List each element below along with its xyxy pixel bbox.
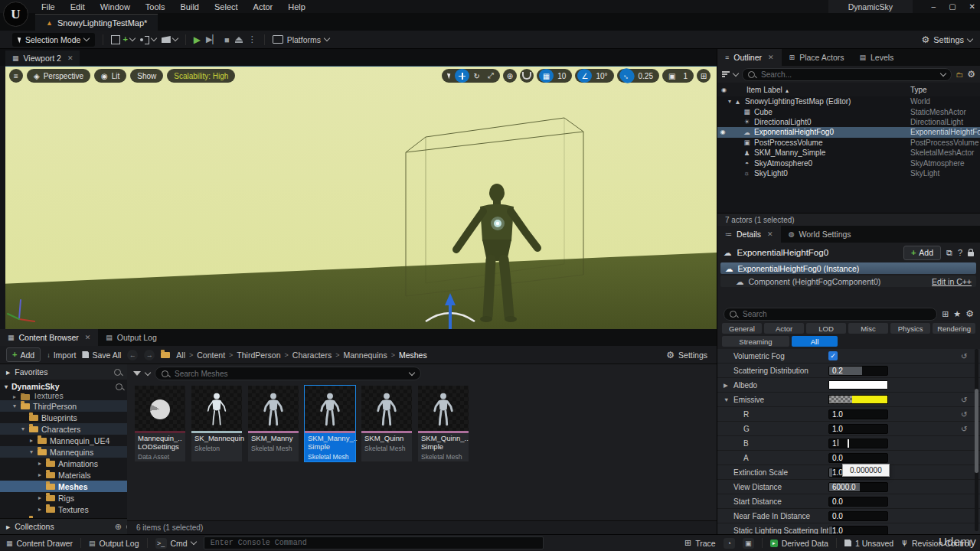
tree-item-materials[interactable]: ▸Materials [0, 469, 127, 481]
maximize-icon[interactable]: ▢ [949, 2, 956, 11]
outliner-row[interactable]: ▦CubeStaticMeshActor [717, 106, 980, 116]
tree-item-thirdperson[interactable]: ▾ThirdPerson [0, 400, 127, 412]
tab-world-settings[interactable]: ◍ World Settings [781, 226, 859, 243]
chevron-down-icon[interactable] [733, 70, 739, 76]
visibility-eye-icon[interactable]: ◉ [717, 129, 728, 135]
play-button[interactable]: ▶ [194, 34, 201, 45]
menu-edit[interactable]: Edit [63, 2, 93, 11]
property-value[interactable]: 0.00.000000 [828, 453, 888, 463]
add-component-button[interactable]: +Add [903, 246, 941, 260]
close-icon[interactable]: ✕ [768, 54, 774, 61]
property-value[interactable]: 0.0 [828, 511, 888, 521]
value-field[interactable]: 0.0 [828, 497, 888, 507]
close-icon[interactable]: ✕ [85, 334, 91, 341]
menu-window[interactable]: Window [93, 2, 138, 11]
edit-in-cpp-link[interactable]: Edit in C++ [932, 277, 972, 286]
menu-help[interactable]: Help [280, 2, 313, 11]
help-icon[interactable]: ? [958, 248, 962, 257]
reset-to-default-icon[interactable]: ↺ [961, 410, 967, 419]
console-input[interactable] [209, 538, 538, 548]
trace-button[interactable]: ⊞Trace [684, 538, 716, 548]
outliner-row[interactable]: ♟SKM_Manny_SimpleSkeletalMeshActor [717, 148, 980, 158]
breadcrumb-item[interactable]: ThirdPerson [237, 350, 280, 360]
chevron-down-icon[interactable] [145, 369, 151, 375]
tree-item-blueprints[interactable]: Blueprints [0, 412, 127, 423]
breadcrumb-item[interactable]: Content [197, 350, 225, 360]
tab-details[interactable]: ≔ Details ✕ [717, 226, 781, 243]
tab-output-log[interactable]: ▤ Output Log [98, 329, 164, 346]
tree-item-animations[interactable]: ▸Animations [0, 458, 127, 469]
outliner-row[interactable]: ☼SkyLight0SkyLight [717, 168, 980, 178]
cmd-dropdown[interactable]: >_Cmd [155, 538, 196, 549]
chevron-down-icon[interactable]: ▾ [728, 98, 731, 105]
camera-speed-value[interactable]: 1 [679, 69, 691, 83]
filter-chip-rendering[interactable]: Rendering [933, 323, 975, 334]
tab-place-actors[interactable]: ⊞ Place Actors [782, 49, 852, 66]
search-icon[interactable] [114, 369, 121, 376]
tree-item-rigs[interactable]: ▸Rigs [0, 492, 127, 504]
back-button[interactable]: ← [127, 350, 138, 360]
details-search[interactable] [724, 308, 937, 321]
breadcrumb-item[interactable]: Characters [292, 350, 332, 360]
filter-chip-streaming[interactable]: Streaming [722, 336, 789, 347]
viewport-tab[interactable]: ▦ Viewport 2 ✕ [5, 51, 80, 66]
favorites-star-icon[interactable]: ★ [953, 309, 961, 319]
filter-chip-all[interactable]: All [792, 336, 838, 347]
asset-search[interactable] [155, 367, 421, 380]
tab-outliner[interactable]: ≡ Outliner ✕ [717, 49, 782, 66]
import-button[interactable]: ↓Import [47, 350, 76, 360]
menu-file[interactable]: File [34, 2, 63, 11]
chevron-right-icon[interactable]: ▶ [724, 382, 728, 389]
breadcrumb-item[interactable]: All [176, 350, 185, 360]
content-drawer-button[interactable]: ▦Content Drawer [6, 539, 73, 548]
outliner-row[interactable]: ◓SkyAtmosphere0SkyAtmosphere [717, 158, 980, 168]
new-folder-icon[interactable]: 🗀 [956, 70, 963, 79]
derived-data-button[interactable]: ▸Derived Data [770, 539, 828, 548]
scrollbar[interactable] [975, 349, 978, 531]
outliner-search-input[interactable] [760, 70, 936, 80]
console-command-input[interactable] [204, 536, 544, 549]
asset-tile-skmmanny[interactable]: SKM_MannySkeletal Mesh [248, 386, 299, 461]
tree-item-meshes[interactable]: Meshes [0, 481, 127, 492]
tree-item-mannequin_ue4[interactable]: ▸Mannequin_UE4 [0, 435, 127, 446]
grid-snap-value[interactable]: 10 [554, 69, 570, 83]
gear-icon[interactable]: ⚙ [967, 69, 975, 80]
insights-icon[interactable]: ◔ [724, 538, 735, 549]
tab-levels[interactable]: ▤ Levels [852, 49, 902, 66]
perspective-dropdown[interactable]: ◈Perspective [27, 69, 90, 83]
property-value[interactable]: 1.0 [828, 409, 888, 419]
outliner-header[interactable]: ◉ Item Label ▲ Type [717, 83, 980, 97]
reset-to-default-icon[interactable]: ↺ [961, 425, 967, 433]
add-collection-icon[interactable]: ⊕ [115, 522, 122, 532]
surface-snap-toggle[interactable] [520, 69, 534, 83]
filter-icon[interactable] [722, 71, 730, 77]
property-value[interactable] [828, 395, 888, 405]
breadcrumb-item[interactable]: Meshes [399, 350, 427, 360]
camera-speed-control[interactable]: ▣ 1 [662, 69, 694, 83]
tree-item-textures[interactable]: ▸Textures [0, 504, 127, 515]
property-value[interactable]: 0.2 [828, 366, 888, 376]
move-tool[interactable] [455, 69, 469, 83]
skip-button[interactable]: ▶▏ [206, 34, 219, 44]
component-instance-row[interactable]: ☁ ExponentialHeightFog0 (Instance) [720, 262, 976, 274]
checkbox[interactable]: ✓ [828, 351, 838, 360]
show-dropdown[interactable]: Show [130, 69, 163, 83]
property-value[interactable]: 6000.0 [828, 482, 888, 492]
blueprints-button[interactable] [140, 36, 156, 44]
value-field[interactable]: 1 [828, 439, 888, 448]
slider-field[interactable]: 6000.0 [828, 482, 888, 492]
chevron-down-icon[interactable] [409, 369, 415, 375]
component-row[interactable]: ☁ Component (HeightFogComponent0) Edit i… [720, 276, 976, 287]
value-field[interactable]: 0.0 [828, 511, 888, 521]
tab-content-browser[interactable]: ▦ Content Browser ✕ [0, 329, 98, 346]
scale-snap-value[interactable]: 0.25 [635, 69, 657, 83]
viewport-options-menu[interactable]: ≡ [9, 69, 23, 83]
close-icon[interactable]: ✕ [67, 54, 74, 62]
property-value[interactable] [828, 380, 888, 390]
level-tab[interactable]: ▲ SnowyLightingTestMap* [35, 14, 158, 31]
search-icon[interactable] [116, 383, 122, 390]
color-swatch-emissive[interactable] [828, 395, 888, 404]
close-icon[interactable]: ✕ [969, 2, 975, 11]
filter-chip-actor[interactable]: Actor [764, 323, 804, 334]
select-tool[interactable] [444, 69, 455, 83]
